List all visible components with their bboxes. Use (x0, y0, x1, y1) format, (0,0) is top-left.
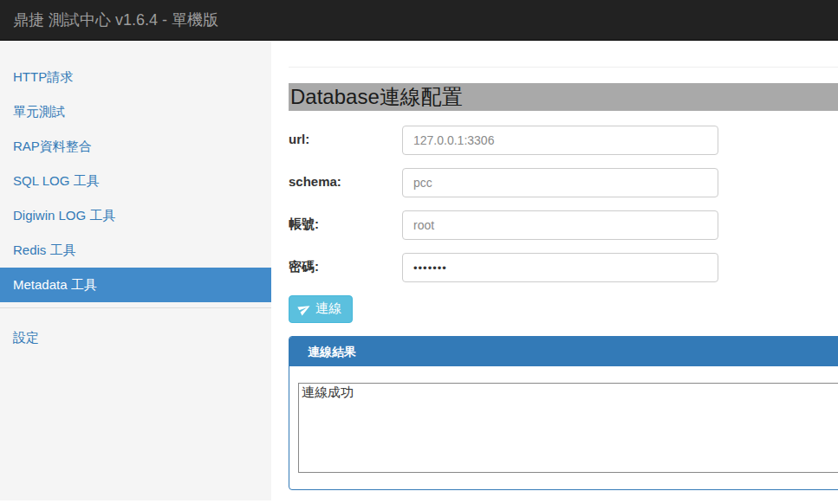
account-label: 帳號: (289, 210, 402, 233)
sidebar-item-settings[interactable]: 設定 (0, 320, 271, 355)
account-input[interactable] (402, 210, 718, 240)
sidebar-item-http-request[interactable]: HTTP請求 (0, 60, 271, 94)
form-row-url: url: (289, 126, 838, 155)
sidebar-item-metadata[interactable]: Metadata 工具 (0, 268, 271, 302)
sidebar-item-digiwin-log[interactable]: Digiwin LOG 工具 (0, 198, 271, 233)
sidebar-divider (0, 307, 271, 308)
top-navbar: 鼎捷 測試中心 v1.6.4 - 單機版 (0, 0, 838, 41)
sidebar: HTTP請求 單元測試 RAP資料整合 SQL LOG 工具 Digiwin L… (0, 41, 271, 501)
result-panel-body: 連線成功 (289, 366, 838, 489)
form-row-password: 密碼: (289, 253, 838, 282)
sidebar-item-rap-data[interactable]: RAP資料整合 (0, 129, 271, 164)
sidebar-item-unit-test[interactable]: 單元測試 (0, 94, 271, 129)
password-input[interactable] (402, 253, 718, 282)
schema-input[interactable] (402, 168, 718, 197)
app-title[interactable]: 鼎捷 測試中心 v1.6.4 - 單機版 (0, 0, 218, 41)
url-input[interactable] (402, 126, 718, 155)
form-row-account: 帳號: (289, 210, 838, 240)
schema-label: schema: (289, 168, 402, 189)
page-title: Database連線配置 (289, 83, 838, 111)
sidebar-menu: HTTP請求 單元測試 RAP資料整合 SQL LOG 工具 Digiwin L… (0, 41, 271, 355)
url-label: url: (289, 126, 402, 146)
send-icon (298, 302, 311, 315)
result-textarea[interactable]: 連線成功 (298, 383, 838, 473)
content-top-divider (289, 67, 838, 68)
form-row-schema: schema: (289, 168, 838, 197)
result-panel: 連線結果 連線成功 (289, 336, 838, 490)
sidebar-item-sql-log[interactable]: SQL LOG 工具 (0, 164, 271, 198)
result-panel-title: 連線結果 (289, 337, 838, 366)
connect-button-label: 連線 (315, 300, 341, 317)
main-content: Database連線配置 url: schema: 帳號: 密碼: 連線 連線結… (271, 41, 838, 504)
sidebar-item-redis[interactable]: Redis 工具 (0, 233, 271, 268)
connect-button[interactable]: 連線 (289, 295, 353, 323)
password-label: 密碼: (289, 253, 402, 275)
